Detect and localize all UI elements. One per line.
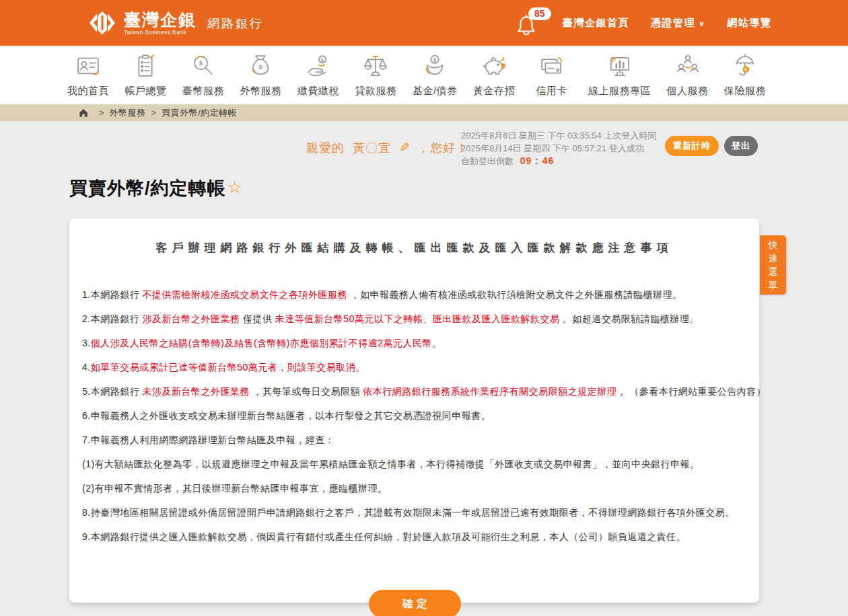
notice-segment: ，其每筆或每日交易限額 [250, 386, 363, 397]
nav-item-label: 基金/債券 [413, 85, 458, 98]
top-header: 臺灣企銀 Taiwan Business Bank 網路銀行 85 臺灣企銀首頁… [0, 0, 848, 46]
notice-segment: 僅提供 [240, 313, 275, 324]
breadcrumb-item[interactable]: 外幣服務 [110, 108, 146, 118]
auto-logout-countdown: 自動登出倒數 09 : 46 [461, 155, 656, 167]
svg-text:$: $ [502, 63, 505, 69]
nav-item-label: 帳戶總覽 [125, 85, 166, 98]
credit-card-icon [538, 52, 566, 83]
notice-segment: 5.本網路銀行 [82, 386, 143, 397]
nav-item-twd-services[interactable]: $臺幣服務 [182, 52, 224, 98]
notice-segment: 6.申報義務人之外匯收支或交易未辦理新台幣結匯者，以本行掣發之其它交易憑證視同申… [82, 410, 491, 421]
quick-menu-tab[interactable]: 快速選單 [760, 235, 786, 295]
nav-item-label: 繳費繳稅 [297, 85, 339, 98]
notice-segment: 如單筆交易或累計已達等值新台幣50萬元者，則該筆交易取消。 [91, 362, 365, 373]
nav-item-insurance-services[interactable]: €保險服務 [724, 52, 766, 98]
main-menu-items: 我的首頁帳戶總覽$臺幣服務$外幣服務$繳費繳稅貸款服務$基金/債券$黃金存摺信用… [67, 52, 766, 98]
nav-item-loan-services[interactable]: 貸款服務 [355, 52, 396, 98]
header-link-cert-management[interactable]: 憑證管理∨ [651, 17, 705, 30]
notice-item: 1.本網路銀行 不提供需檢附核准函或交易文件之各項外匯服務 ，如申報義務人備有核… [82, 288, 747, 301]
notice-item: 4.如單筆交易或累計已達等值新台幣50萬元者，則該筆交易取消。 [82, 360, 747, 374]
nav-item-label: 黃金存摺 [473, 85, 515, 98]
notice-segment: 依本行網路銀行服務系統作業程序有關交易限額之規定辦理 [363, 386, 616, 397]
nav-item-label: 外幣服務 [240, 85, 281, 98]
notice-segment: 3. [82, 338, 91, 348]
nav-item-personal-services[interactable]: 個人服務 [667, 52, 709, 98]
notice-item: 7.申報義務人利用網際網路辦理新台幣結匯及申報，經查： [82, 433, 747, 447]
home-icon[interactable] [79, 108, 88, 118]
breadcrumb-separator: > [99, 108, 104, 118]
login-time-info: 2025年8月6日 星期三 下午 03:35:54 上次登入時間 2025年8月… [461, 129, 656, 167]
quick-menu-char: 選 [769, 266, 778, 278]
product-name: 網路銀行 [207, 14, 264, 32]
piggy-bank-icon: $ [480, 52, 508, 83]
notice-segment: 9.本網路銀行提供之匯入匯款解款交易，倘因貴行有錯付或產生任何糾紛，對於匯入款項… [82, 531, 686, 542]
confirm-button[interactable]: 確定 [369, 590, 461, 616]
header-link-bank-home[interactable]: 臺灣企銀首頁 [563, 17, 629, 30]
svg-text:$: $ [259, 63, 263, 71]
notification-count-badge: 85 [528, 7, 551, 20]
nav-item-credit-card[interactable]: 信用卡 [531, 52, 573, 98]
svg-text:$: $ [321, 57, 324, 63]
favorite-star-icon[interactable]: ☆ [227, 178, 243, 196]
svg-text:$: $ [433, 57, 437, 63]
nav-item-label: 貸款服務 [355, 85, 396, 98]
nav-item-pay-bills-taxes[interactable]: $繳費繳稅 [297, 52, 339, 98]
monitor-chart-icon [606, 52, 634, 83]
notice-segment: 未達等值新台幣50萬元以下之轉帳、匯出匯款及匯入匯款解款交易 [275, 313, 560, 324]
clipboard-icon [131, 52, 160, 83]
notice-segment: ，如申報義務人備有核准函或欲執行須檢附交易文件之外匯服務請臨櫃辦理。 [347, 289, 682, 300]
quick-menu-char: 速 [769, 253, 778, 264]
quick-menu-char: 單 [769, 280, 778, 291]
main-menu-bar: 我的首頁帳戶總覽$臺幣服務$外幣服務$繳費繳稅貸款服務$基金/債券$黃金存摺信用… [0, 46, 848, 104]
notice-item: 9.本網路銀行提供之匯入匯款解款交易，倘因貴行有錯付或產生任何糾紛，對於匯入款項… [82, 530, 747, 543]
nav-item-my-home[interactable]: 我的首頁 [67, 52, 109, 98]
notice-list: 1.本網路銀行 不提供需檢附核准函或交易文件之各項外匯服務 ，如申報義務人備有核… [82, 288, 747, 543]
notice-segment: 7.申報義務人利用網際網路辦理新台幣結匯及申報，經查： [82, 434, 334, 445]
breadcrumb-items: >外幣服務>買賣外幣/約定轉帳 [94, 107, 237, 119]
nav-item-funds-bonds[interactable]: $基金/債券 [413, 52, 458, 98]
header-links: 臺灣企銀首頁憑證管理∨網站導覽 [563, 0, 771, 46]
page-title-text: 買賣外幣/約定轉帳 [69, 178, 226, 198]
hand-coin-icon: $ [304, 52, 332, 83]
notice-segment: (2)有申報不實情形者，其日後辦理新台幣結匯申報事宜，應臨櫃辦理。 [82, 483, 388, 494]
notice-item: 5.本網路銀行 未涉及新台幣之外匯業務 ，其每筆或每日交易限額 依本行網路銀行服… [82, 385, 747, 398]
notice-item: 2.本網路銀行 涉及新台幣之外匯業務 僅提供 未達等值新台幣50萬元以下之轉帳、… [82, 312, 747, 325]
nav-item-accounts-overview[interactable]: 帳戶總覽 [125, 52, 166, 98]
notice-segment: 。（參看本行網站重要公告內容） [616, 386, 766, 397]
umbrella-coin-icon: € [731, 52, 759, 83]
notice-segment: 涉及新台幣之外匯業務 [143, 313, 240, 324]
last-login-time: 2025年8月6日 星期三 下午 03:35:54 上次登入時間 [461, 129, 656, 142]
notice-segment: 4. [82, 362, 91, 373]
notice-item: (1)有大額結匯款化整為零，以規避應辦理之申報及當年累積結匯金額之情事者，本行得… [82, 457, 747, 471]
nav-item-online-service-zone[interactable]: 線上服務專區 [588, 52, 651, 98]
brand-name-en: Taiwan Business Bank [124, 29, 197, 36]
nav-item-fx-services[interactable]: $外幣服務 [240, 52, 281, 98]
chevron-down-icon: ∨ [699, 20, 705, 28]
nav-item-label: 我的首頁 [67, 85, 109, 98]
header-link-site-map[interactable]: 網站導覽 [727, 17, 771, 30]
notice-segment: 8.持臺灣地區相關居留證或外僑居留證開戶申請網路銀行之客戶，其證載有效期限未滿一… [82, 507, 735, 518]
people-icon [674, 52, 702, 83]
edit-name-pencil-icon[interactable]: ✎ [398, 140, 410, 155]
magnifier-dollar-icon: $ [189, 52, 217, 83]
nav-item-gold-passbook[interactable]: $黃金存摺 [473, 52, 515, 98]
breadcrumb-item: 買賣外幣/約定轉帳 [162, 108, 237, 118]
page-title: 買賣外幣/約定轉帳☆ [69, 176, 243, 200]
notification-bell[interactable]: 85 [515, 10, 555, 40]
notice-segment: 。如超過交易限額請臨櫃辦理。 [559, 313, 699, 324]
notice-segment: 2.本網路銀行 [82, 313, 143, 324]
logout-button[interactable]: 登出 [724, 136, 758, 156]
user-greeting: 親愛的 黃〇宜 ✎ ，您好！ [306, 140, 468, 156]
bank-logo-icon [86, 7, 118, 39]
quick-menu-char: 快 [769, 239, 778, 251]
countdown-value: 09 : 46 [520, 155, 555, 166]
svg-text:€: € [744, 67, 747, 72]
id-card-icon [74, 52, 102, 83]
notice-item: 6.申報義務人之外匯收支或交易未辦理新台幣結匯者，以本行掣發之其它交易憑證視同申… [82, 409, 747, 422]
scales-icon [361, 52, 390, 83]
reset-timer-button[interactable]: 重新計時 [665, 136, 719, 156]
nav-item-label: 信用卡 [536, 85, 567, 98]
nav-item-label: 個人服務 [667, 85, 709, 98]
svg-text:$: $ [199, 59, 203, 67]
bank-logo[interactable]: 臺灣企銀 Taiwan Business Bank 網路銀行 [86, 7, 264, 39]
